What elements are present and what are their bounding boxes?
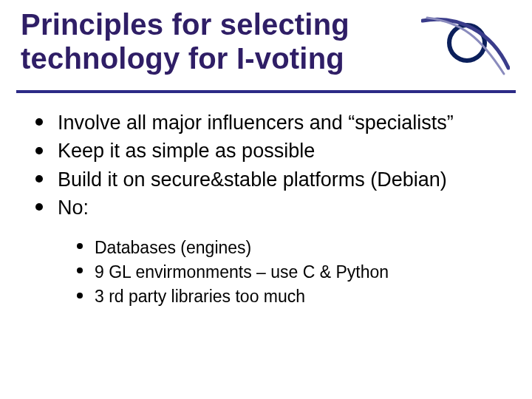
sub-bullet-item: Databases (engines) xyxy=(74,236,505,259)
corner-logo xyxy=(421,16,510,75)
sub-bullet-text: 9 GL envirmonments – use C & Python xyxy=(95,262,389,282)
sub-bullet-list: Databases (engines) 9 GL envirmonments –… xyxy=(74,236,505,308)
bullet-text: Build it on secure&stable platforms (Deb… xyxy=(58,168,447,191)
bullet-text: Involve all major influencers and “speci… xyxy=(58,112,454,134)
bullet-item: Build it on secure&stable platforms (Deb… xyxy=(33,166,505,193)
sub-bullet-text: Databases (engines) xyxy=(95,238,251,257)
slide-title: Principles for selecting technology for … xyxy=(21,7,405,75)
bullet-text: Keep it as simple as possible xyxy=(58,140,315,162)
sub-bullet-text: 3 rd party libraries too much xyxy=(95,287,305,306)
main-bullet-list: Involve all major influencers and “speci… xyxy=(33,109,505,222)
content-area: Involve all major influencers and “speci… xyxy=(33,109,505,310)
swoosh-ring-icon xyxy=(421,16,510,75)
bullet-item: No: xyxy=(33,194,505,221)
title-divider xyxy=(16,90,516,93)
slide: Principles for selecting technology for … xyxy=(0,0,532,399)
sub-bullet-item: 3 rd party libraries too much xyxy=(74,285,505,308)
sub-bullet-item: 9 GL envirmonments – use C & Python xyxy=(74,261,505,284)
bullet-text: No: xyxy=(58,197,89,219)
bullet-item: Involve all major influencers and “speci… xyxy=(33,109,505,136)
bullet-item: Keep it as simple as possible xyxy=(33,137,505,164)
